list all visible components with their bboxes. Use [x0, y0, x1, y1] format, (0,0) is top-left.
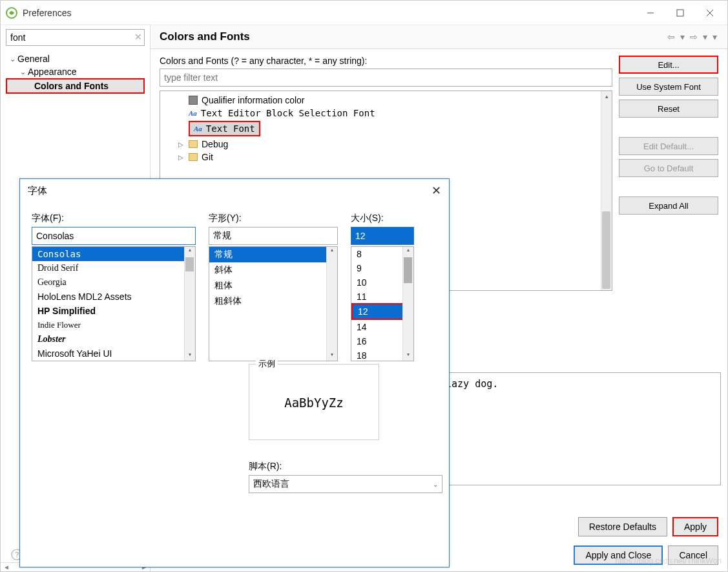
- font-preview: lazy dog.: [437, 372, 721, 485]
- script-value: 西欧语言: [253, 478, 289, 490]
- close-button[interactable]: [695, 3, 725, 23]
- font-option[interactable]: HoloLens MDL2 Assets: [32, 290, 195, 304]
- tree-label: Colors and Fonts: [34, 81, 109, 91]
- style-list[interactable]: 常规 斜体 粗体 粗斜体 ▴ ▾: [209, 246, 338, 361]
- nav-back-menu-icon[interactable]: ▾: [679, 32, 686, 42]
- font-list[interactable]: Consolas Droid Serif Georgia HoloLens MD…: [32, 246, 196, 361]
- scroll-thumb[interactable]: [185, 257, 194, 271]
- tree-row-debug[interactable]: ▷ Debug: [163, 138, 609, 151]
- style-option[interactable]: 粗体: [209, 278, 337, 293]
- restore-defaults-button[interactable]: Restore Defaults: [578, 517, 667, 536]
- scroll-up-icon[interactable]: ▴: [403, 247, 413, 256]
- scroll-left-icon[interactable]: ◄: [3, 564, 10, 571]
- filter-input[interactable]: [6, 29, 145, 46]
- scroll-down-icon[interactable]: ▾: [403, 352, 413, 361]
- use-system-font-button[interactable]: Use System Font: [619, 78, 718, 96]
- font-option[interactable]: Consolas: [32, 247, 195, 261]
- nav-forward-icon[interactable]: ⇨: [689, 32, 699, 42]
- vscroll[interactable]: ▴ ▾: [402, 247, 413, 361]
- tree-row-label: Debug: [202, 139, 228, 149]
- button-column: Edit... Use System Font Reset Edit Defau…: [619, 56, 718, 565]
- script-select[interactable]: 西欧语言 ⌄: [249, 475, 442, 493]
- edit-button[interactable]: Edit...: [619, 56, 718, 74]
- nav-arrows: ⇦ ▾ ⇨ ▾ ▾: [666, 32, 718, 42]
- nav-back-icon[interactable]: ⇦: [666, 32, 676, 42]
- title-bar: Preferences: [1, 1, 727, 25]
- size-list[interactable]: 8 9 10 11 12 14 16 18 ▴ ▾: [351, 246, 414, 361]
- preview-text: lazy dog.: [438, 373, 720, 395]
- footer-row1: Restore Defaults Apply: [578, 517, 718, 536]
- pref-tree: ⌄ General ⌄ Appearance Colors and Fonts: [1, 50, 150, 96]
- tree-row-label: Qualifier information color: [202, 95, 305, 105]
- expand-caret-icon: ⌄: [20, 68, 28, 76]
- tree-item-general[interactable]: ⌄ General: [6, 52, 145, 65]
- chevron-down-icon: ⌄: [433, 481, 438, 488]
- expand-caret-icon: ⌄: [10, 55, 17, 63]
- font-option[interactable]: Microsoft YaHei UI: [32, 346, 195, 361]
- go-to-default-button[interactable]: Go to Default: [619, 159, 718, 177]
- font-column: 字体(F): Consolas Droid Serif Georgia Holo…: [32, 213, 196, 361]
- nav-menu-icon[interactable]: ▾: [711, 32, 718, 42]
- scroll-up-icon[interactable]: ▴: [601, 91, 612, 102]
- style-option[interactable]: 常规: [209, 247, 337, 262]
- style-option[interactable]: 粗斜体: [209, 293, 337, 309]
- apply-button[interactable]: Apply: [672, 517, 718, 536]
- expand-all-button[interactable]: Expand All: [619, 196, 718, 215]
- vscroll[interactable]: ▴ ▾: [184, 247, 195, 361]
- tree-row-block-font[interactable]: Aa Text Editor Block Selection Font: [163, 107, 609, 120]
- font-option[interactable]: Indie Flower: [32, 318, 195, 332]
- close-icon[interactable]: ✕: [432, 184, 441, 198]
- font-name-input[interactable]: [32, 227, 196, 245]
- nav-forward-menu-icon[interactable]: ▾: [702, 32, 709, 42]
- tree-item-appearance[interactable]: ⌄ Appearance: [6, 65, 145, 78]
- scroll-down-icon[interactable]: ▾: [327, 352, 337, 361]
- font-label: 字体(F):: [32, 213, 196, 224]
- tree-row-label: Text Font: [206, 123, 255, 134]
- edit-default-button[interactable]: Edit Default...: [619, 137, 718, 155]
- font-option[interactable]: HP Simplified: [32, 304, 195, 318]
- vscroll[interactable]: ▴: [601, 91, 612, 290]
- sample-text: AaBbYyZz: [249, 365, 379, 441]
- reset-button[interactable]: Reset: [619, 100, 718, 118]
- window-title: Preferences: [23, 8, 636, 18]
- font-dialog-title-bar: 字体 ✕: [20, 179, 449, 202]
- style-column: 字形(Y): 常规 斜体 粗体 粗斜体 ▴ ▾: [209, 213, 338, 361]
- script-group: 脚本(R): 西欧语言 ⌄: [249, 461, 442, 493]
- color-swatch-icon: [189, 96, 198, 105]
- minimize-button[interactable]: [636, 3, 665, 23]
- filter-label: Colors and Fonts (? = any character, * =…: [160, 56, 612, 66]
- font-aa-icon: Aa: [194, 125, 202, 132]
- scroll-up-icon[interactable]: ▴: [327, 247, 337, 256]
- font-dialog-body: 字体(F): Consolas Droid Serif Georgia Holo…: [20, 202, 449, 372]
- tree-row-text-font[interactable]: Aa Text Font: [163, 120, 609, 138]
- font-option[interactable]: Droid Serif: [32, 261, 195, 275]
- scroll-up-icon[interactable]: ▴: [185, 247, 195, 256]
- font-option[interactable]: Georgia: [32, 275, 195, 290]
- scroll-down-icon[interactable]: ▾: [185, 352, 195, 361]
- style-input[interactable]: [209, 227, 338, 245]
- style-label: 字形(Y):: [209, 213, 338, 224]
- expand-caret-icon: ▷: [178, 154, 183, 161]
- vscroll[interactable]: ▴ ▾: [326, 247, 337, 361]
- tree-row-git[interactable]: ▷ Git: [163, 151, 609, 164]
- page-title: Colors and Fonts: [160, 30, 666, 43]
- tree-item-colors-fonts[interactable]: Colors and Fonts: [6, 78, 145, 94]
- tree-row-qualifier[interactable]: Qualifier information color: [163, 94, 609, 107]
- script-label: 脚本(R):: [249, 461, 442, 472]
- type-filter-input[interactable]: [160, 69, 612, 87]
- window-controls: [636, 3, 725, 23]
- tree-row-label: Text Editor Block Selection Font: [201, 108, 375, 118]
- style-option[interactable]: 斜体: [209, 262, 337, 278]
- watermark: https://blog.csdn.net/ThinkWon: [615, 556, 722, 566]
- folder-icon: [189, 140, 198, 148]
- clear-filter-icon[interactable]: ✕: [134, 32, 142, 42]
- font-option[interactable]: Lobster: [32, 332, 195, 346]
- scroll-thumb[interactable]: [404, 257, 412, 283]
- maximize-button[interactable]: [665, 3, 695, 23]
- sidebar-filter: ✕: [6, 29, 145, 46]
- size-column: 大小(S): 8 9 10 11 12 14 16 18 ▴ ▾: [351, 213, 414, 361]
- font-dialog: 字体 ✕ 字体(F): Consolas Droid Serif Georgia…: [19, 178, 450, 567]
- scroll-thumb[interactable]: [602, 211, 610, 289]
- size-input[interactable]: [351, 227, 414, 245]
- expand-caret-icon: ▷: [178, 141, 183, 148]
